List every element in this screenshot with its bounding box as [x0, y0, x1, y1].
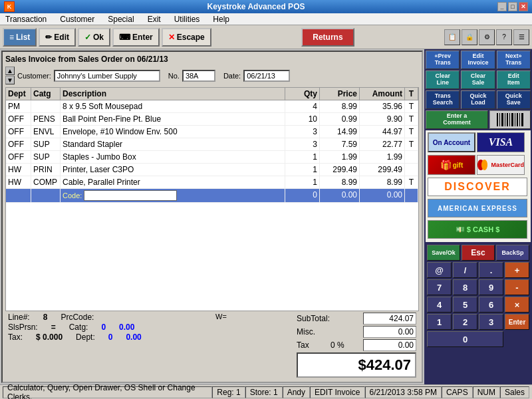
on-account-button[interactable]: On Account: [428, 132, 475, 152]
clear-sale-button[interactable]: Clear Sale: [461, 70, 495, 89]
col-qty: Qty: [285, 88, 320, 100]
calc-dot[interactable]: .: [479, 262, 503, 278]
catg-value: 0: [101, 323, 106, 332]
edit-invoice-button[interactable]: Edit Invoice: [461, 51, 495, 69]
td-catg: COMP: [31, 176, 61, 188]
calc-9[interactable]: 9: [479, 279, 503, 295]
table-row[interactable]: PM 8 x 9.5 Soft Mousepad 4 8.99 35.96 T: [6, 100, 418, 113]
table-header: Dept Catg Description Qty Price Amount T: [6, 88, 418, 100]
table-row[interactable]: OFF ENVL Envelope, #10 Window Env. 500 3…: [6, 126, 418, 138]
subtotal-value: 424.07: [363, 313, 416, 325]
date-input[interactable]: [243, 70, 290, 82]
mastercard-button[interactable]: MasterCard: [477, 155, 525, 175]
calc-at[interactable]: @: [427, 262, 452, 278]
cash-button[interactable]: 💵 $ CASH $: [428, 220, 527, 239]
calc-2[interactable]: 2: [453, 314, 477, 330]
enter-button[interactable]: ⌨ Enter: [112, 28, 160, 47]
table-row[interactable]: OFF SUP Standard Stapler 3 7.59 22.77 T: [6, 138, 418, 151]
quick-load-button[interactable]: Quick Load: [461, 90, 495, 109]
returns-button[interactable]: Returns: [301, 28, 354, 47]
calc-esc[interactable]: Esc: [462, 245, 495, 261]
td-qty-edit: 0: [285, 189, 320, 202]
gift-button[interactable]: 🎁 gift: [428, 155, 475, 175]
totals-box: SubTotal: 424.07 Misc. 0.00 Tax 0 % 0.00…: [297, 313, 416, 378]
invoice-no-input[interactable]: [182, 70, 215, 82]
td-amount: 9.90: [360, 113, 405, 125]
td-price: 8.99: [320, 100, 360, 112]
calc-6[interactable]: 6: [479, 297, 503, 313]
td-qty: 4: [285, 100, 320, 112]
enter-comment-button[interactable]: Enter a Comment: [426, 110, 488, 129]
menu-customer[interactable]: Customer: [57, 14, 97, 25]
calc-3[interactable]: 3: [479, 314, 503, 330]
info-row-1: Line#: 8 PrcCode:: [8, 313, 146, 322]
list-button[interactable]: ≡ List: [3, 28, 37, 47]
maximize-button[interactable]: □: [508, 2, 517, 11]
menu-special[interactable]: Special: [105, 14, 136, 25]
table-row[interactable]: OFF SUP Staples - Jumbo Box 1 1.99 1.99: [6, 151, 418, 164]
calc-minus[interactable]: -: [505, 279, 529, 295]
calc-4[interactable]: 4: [427, 297, 452, 313]
minimize-button[interactable]: _: [497, 2, 507, 11]
calc-enter[interactable]: Enter: [505, 314, 529, 330]
td-t: [405, 164, 418, 176]
menu-exit[interactable]: Exit: [145, 14, 164, 25]
quick-save-button[interactable]: Quick Save: [497, 90, 531, 109]
toolbar-icon-2[interactable]: 🔒: [462, 29, 477, 45]
close-button[interactable]: ✕: [519, 2, 528, 11]
calc-0[interactable]: 0: [427, 331, 503, 347]
td-amount: 35.96: [360, 100, 405, 112]
tax-label-bottom: Tax:: [8, 332, 23, 342]
scroll-up-arrow[interactable]: ▲: [5, 66, 15, 75]
td-qty: 1: [285, 176, 320, 188]
customer-input[interactable]: [54, 70, 160, 82]
calc-plus[interactable]: +: [505, 262, 529, 278]
table-row[interactable]: OFF PENS Ball Point Pen-Fine Pt. Blue 10…: [6, 113, 418, 126]
tax-label: Tax: [297, 340, 309, 350]
table-row[interactable]: HW PRIN Printer, Laser C3PO 1 299.49 299…: [6, 164, 418, 176]
ok-button[interactable]: ✓ Ok: [78, 28, 110, 47]
edit-item-button[interactable]: Edit Item: [497, 70, 531, 89]
calc-mult[interactable]: ×: [505, 297, 529, 313]
status-help-text: Calculator, Query, Open Drawer, OS Shell…: [3, 386, 212, 398]
scroll-down-arrow[interactable]: ▼: [5, 76, 15, 84]
code-input[interactable]: [84, 190, 177, 201]
edit-button[interactable]: ✏ Edit: [39, 28, 76, 47]
calc-save-ok[interactable]: Save/Ok: [427, 245, 460, 261]
menu-bar: Transaction Customer Special Exit Utilit…: [0, 13, 532, 25]
menu-help[interactable]: Help: [210, 14, 232, 25]
catg-amount: 0.00: [119, 323, 134, 332]
discover-button[interactable]: DISCOVER: [428, 178, 527, 196]
calc-7[interactable]: 7: [427, 279, 452, 295]
td-t: T: [405, 176, 418, 188]
prev-trans-button[interactable]: «Prev Trans: [426, 51, 460, 69]
main-area: Sales Invoice from Sales Order on 06/21/…: [0, 49, 532, 384]
subtotal-label: SubTotal:: [297, 314, 330, 323]
td-price: 14.99: [320, 126, 360, 138]
calc-backsp[interactable]: BackSp: [496, 245, 529, 261]
calc-8[interactable]: 8: [453, 279, 477, 295]
calc-1[interactable]: 1: [427, 314, 452, 330]
toolbar-icon-4[interactable]: ?: [496, 29, 512, 45]
trans-search-button[interactable]: Trans Search: [426, 90, 460, 109]
td-amount: 44.97: [360, 126, 405, 138]
menu-utilities[interactable]: Utilities: [172, 14, 203, 25]
td-dept: OFF: [6, 151, 31, 163]
toolbar-icon-3[interactable]: ⚙: [479, 29, 495, 45]
toolbar-icon-5[interactable]: ☰: [513, 29, 529, 45]
edit-table-row[interactable]: Code: 0 0.00 0.00: [6, 189, 418, 203]
next-trans-button[interactable]: Next» Trans: [497, 51, 531, 69]
escape-button[interactable]: ✕ Escape: [162, 28, 211, 47]
calc-slash[interactable]: /: [453, 262, 477, 278]
clear-line-button[interactable]: Clear Line: [426, 70, 460, 89]
toolbar-icon-1[interactable]: 📋: [444, 29, 460, 45]
visa-button[interactable]: VISA: [477, 132, 525, 152]
calc-5[interactable]: 5: [453, 297, 477, 313]
subtotal-row: SubTotal: 424.07: [297, 313, 416, 325]
table-row[interactable]: HW COMP Cable, Parallel Printer 1 8.99 8…: [6, 176, 418, 189]
td-price: 8.99: [320, 176, 360, 188]
menu-transaction[interactable]: Transaction: [3, 14, 49, 25]
amex-button[interactable]: AMERICAN EXPRESS: [428, 199, 527, 217]
td-catg: SUP: [31, 151, 61, 163]
td-price: 299.49: [320, 164, 360, 176]
